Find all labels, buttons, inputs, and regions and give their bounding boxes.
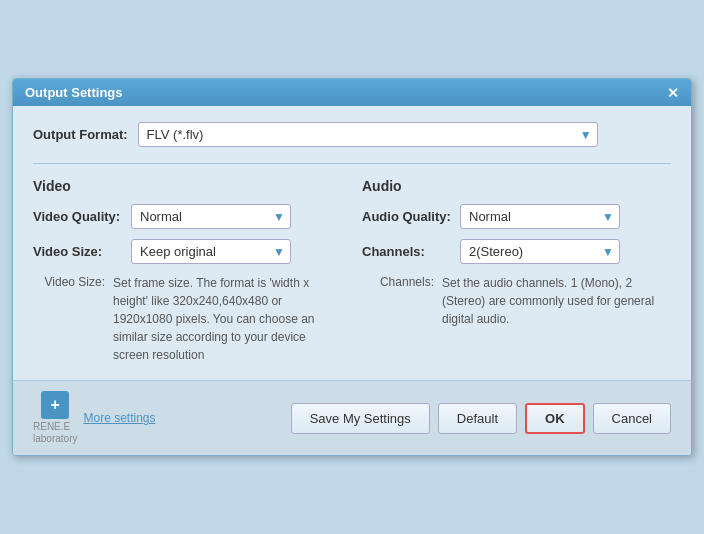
video-quality-wrapper: Normal ▼ (131, 204, 291, 229)
audio-section: Audio Audio Quality: Normal ▼ Channels: (362, 178, 671, 364)
default-button[interactable]: Default (438, 403, 517, 434)
output-format-wrapper: FLV (*.flv) ▼ (138, 122, 598, 147)
channels-select[interactable]: 2(Stereo) (460, 239, 620, 264)
dialog-footer: + RENE.E laboratory More settings Save M… (13, 380, 691, 455)
dialog-title: Output Settings (25, 85, 123, 100)
close-button[interactable]: ✕ (667, 86, 679, 100)
ok-button[interactable]: OK (525, 403, 585, 434)
video-desc-row: Video Size: Set frame size. The format i… (33, 274, 342, 364)
video-size-label: Video Size: (33, 244, 123, 259)
logo-icon: + (41, 391, 69, 419)
audio-desc-label: Channels: (362, 274, 434, 328)
footer-left: + RENE.E laboratory More settings (33, 391, 156, 445)
output-format-label: Output Format: (33, 127, 128, 142)
audio-desc-row: Channels: Set the audio channels. 1 (Mon… (362, 274, 671, 328)
video-desc-label: Video Size: (33, 274, 105, 364)
output-settings-dialog: Output Settings ✕ Output Format: FLV (*.… (12, 78, 692, 456)
divider (33, 163, 671, 164)
audio-desc-text: Set the audio channels. 1 (Mono), 2 (Ste… (442, 274, 671, 328)
cancel-button[interactable]: Cancel (593, 403, 671, 434)
logo-text: RENE.E laboratory (33, 421, 77, 445)
video-section-title: Video (33, 178, 342, 194)
more-settings-link[interactable]: More settings (83, 411, 155, 425)
channels-wrapper: 2(Stereo) ▼ (460, 239, 620, 264)
footer-buttons: Save My Settings Default OK Cancel (291, 403, 671, 434)
video-quality-label: Video Quality: (33, 209, 123, 224)
video-size-wrapper: Keep original ▼ (131, 239, 291, 264)
audio-quality-label: Audio Quality: (362, 209, 452, 224)
video-size-select[interactable]: Keep original (131, 239, 291, 264)
video-size-row: Video Size: Keep original ▼ (33, 239, 342, 264)
channels-label: Channels: (362, 244, 452, 259)
audio-quality-select[interactable]: Normal (460, 204, 620, 229)
save-settings-button[interactable]: Save My Settings (291, 403, 430, 434)
title-bar: Output Settings ✕ (13, 79, 691, 106)
video-section: Video Video Quality: Normal ▼ Video Size… (33, 178, 342, 364)
audio-section-title: Audio (362, 178, 671, 194)
two-col-layout: Video Video Quality: Normal ▼ Video Size… (33, 178, 671, 364)
output-format-select[interactable]: FLV (*.flv) (138, 122, 598, 147)
video-quality-row: Video Quality: Normal ▼ (33, 204, 342, 229)
audio-quality-row: Audio Quality: Normal ▼ (362, 204, 671, 229)
dialog-content: Output Format: FLV (*.flv) ▼ Video Video… (13, 106, 691, 380)
logo-watermark: + RENE.E laboratory (33, 391, 77, 445)
audio-quality-wrapper: Normal ▼ (460, 204, 620, 229)
video-desc-text: Set frame size. The format is 'width x h… (113, 274, 342, 364)
channels-row: Channels: 2(Stereo) ▼ (362, 239, 671, 264)
output-format-row: Output Format: FLV (*.flv) ▼ (33, 122, 671, 147)
video-quality-select[interactable]: Normal (131, 204, 291, 229)
